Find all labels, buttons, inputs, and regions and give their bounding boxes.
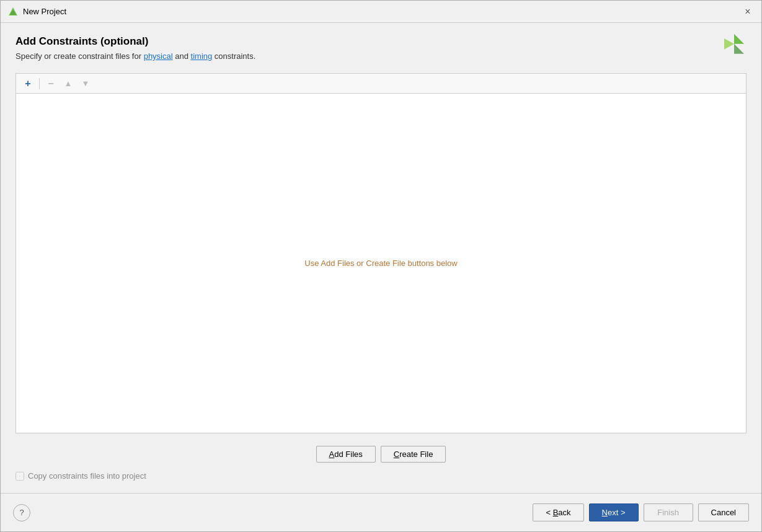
toolbar-divider <box>39 78 40 89</box>
add-file-toolbar-button[interactable]: + <box>20 76 36 91</box>
svg-marker-4 <box>724 38 734 50</box>
cancel-button[interactable]: Cancel <box>698 503 749 521</box>
vivado-logo <box>722 33 746 58</box>
move-down-toolbar-button[interactable]: ▼ <box>78 76 94 91</box>
dialog-title: New Project <box>23 7 66 16</box>
finish-label: Finish <box>657 508 679 517</box>
subtitle-middle: and <box>173 51 191 61</box>
next-button[interactable]: Next > <box>589 503 639 521</box>
down-arrow-icon: ▼ <box>82 79 90 88</box>
dialog-window: New Project × Add Constraints (optional)… <box>0 0 762 532</box>
subtitle-timing-link[interactable]: timing <box>191 51 213 61</box>
add-icon: + <box>25 78 30 89</box>
footer: ? < Back Next > Finish Cancel <box>1 493 761 531</box>
file-panel: + − ▲ ▼ Use Add Files or Create File but… <box>16 73 746 433</box>
move-up-toolbar-button[interactable]: ▲ <box>60 76 76 91</box>
content-area: Add Constraints (optional) Specify or cr… <box>1 23 761 493</box>
create-file-label: Create File <box>394 450 433 459</box>
subtitle-physical-link[interactable]: physical <box>144 51 173 61</box>
title-bar-left: New Project <box>8 7 66 17</box>
empty-hint: Use Add Files or Create File buttons bel… <box>304 259 457 268</box>
finish-button[interactable]: Finish <box>644 503 693 521</box>
checkbox-row: Copy constraints files into project <box>16 468 746 487</box>
help-icon: ? <box>19 508 24 517</box>
copy-constraints-label: Copy constraints files into project <box>28 471 146 481</box>
add-files-label: AAdd Filesdd Files <box>329 450 363 459</box>
help-button[interactable]: ? <box>13 504 30 521</box>
svg-marker-3 <box>734 44 744 54</box>
footer-left: ? <box>13 504 30 521</box>
close-button[interactable]: × <box>742 6 754 18</box>
footer-right: < Back Next > Finish Cancel <box>533 503 749 521</box>
file-list-area: Use Add Files or Create File buttons bel… <box>16 94 746 433</box>
cancel-label: Cancel <box>711 508 736 517</box>
subtitle-suffix: constraints. <box>212 51 255 61</box>
copy-constraints-checkbox[interactable] <box>16 472 24 481</box>
title-bar: New Project × <box>1 1 761 23</box>
back-label: < Back <box>546 508 570 517</box>
file-toolbar: + − ▲ ▼ <box>16 74 746 94</box>
next-label: Next > <box>602 508 626 517</box>
up-arrow-icon: ▲ <box>64 79 73 88</box>
page-title: Add Constraints (optional) <box>16 35 746 48</box>
create-file-button[interactable]: Create File <box>381 446 446 463</box>
svg-marker-2 <box>734 34 744 44</box>
minus-icon: − <box>48 78 53 89</box>
subtitle-prefix: Specify or create constraint files for <box>16 51 144 61</box>
remove-file-toolbar-button[interactable]: − <box>43 76 59 91</box>
file-actions: AAdd Filesdd Files Create File <box>16 441 746 468</box>
add-files-button[interactable]: AAdd Filesdd Files <box>316 446 376 463</box>
app-icon <box>8 7 18 17</box>
back-button[interactable]: < Back <box>533 503 583 521</box>
page-subtitle: Specify or create constraint files for p… <box>16 51 746 61</box>
